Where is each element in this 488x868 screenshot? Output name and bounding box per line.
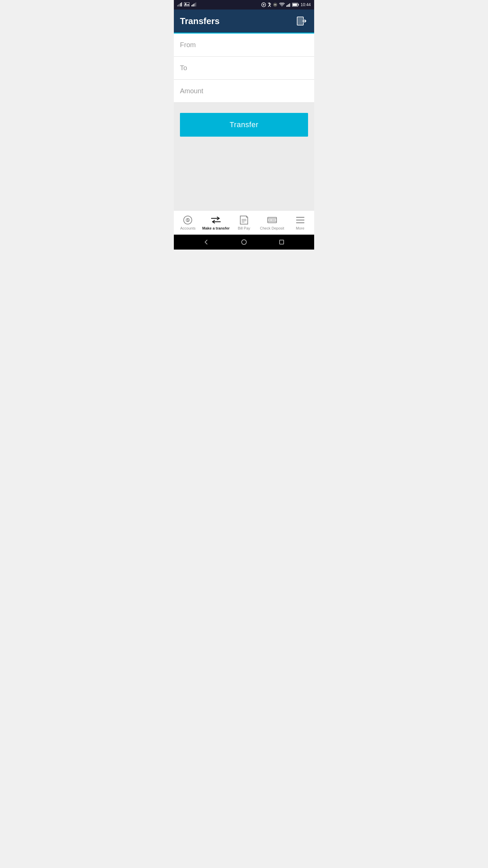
svg-rect-20: [289, 3, 290, 7]
svg-rect-19: [288, 4, 289, 7]
recent-apps-button[interactable]: [278, 238, 285, 246]
accounts-nav-label: Accounts: [180, 226, 196, 230]
signal-icon-2: [191, 2, 196, 7]
svg-rect-18: [287, 5, 288, 7]
transfer-icon: [211, 215, 221, 225]
amount-label: Amount: [180, 87, 203, 95]
svg-rect-25: [298, 18, 303, 24]
page-title: Transfers: [180, 16, 220, 26]
bluetooth-icon: [268, 2, 271, 7]
image-icon: [184, 2, 189, 7]
svg-point-42: [242, 240, 246, 244]
svg-rect-7: [191, 5, 192, 6]
time-display: 10:44: [301, 2, 311, 7]
bill-pay-icon: [239, 215, 249, 225]
nav-item-more[interactable]: More: [286, 211, 314, 235]
android-nav-bar: [174, 235, 314, 250]
nav-item-transfer[interactable]: Make a transfer: [202, 211, 230, 235]
svg-rect-11: [196, 2, 196, 6]
add-circle-icon: [261, 2, 266, 7]
svg-rect-43: [280, 240, 284, 244]
nav-item-check-deposit[interactable]: Check Deposit: [258, 211, 286, 235]
svg-rect-0: [177, 5, 178, 6]
svg-rect-8: [192, 4, 193, 6]
transfer-form: From To Amount: [174, 34, 314, 103]
svg-rect-17: [286, 5, 287, 7]
svg-rect-1: [178, 4, 179, 6]
from-field[interactable]: From: [174, 34, 314, 57]
status-bar: 10:44: [174, 0, 314, 9]
check-deposit-icon: [267, 215, 277, 225]
transfer-nav-label: Make a transfer: [202, 226, 230, 230]
exit-button[interactable]: [296, 15, 308, 27]
minus-circle-icon: [273, 2, 278, 7]
amount-field[interactable]: Amount: [174, 80, 314, 103]
action-area: Transfer: [174, 103, 314, 210]
check-deposit-nav-label: Check Deposit: [260, 226, 284, 230]
svg-rect-9: [194, 4, 194, 6]
signal-icon-1: [177, 2, 182, 7]
transfer-button[interactable]: Transfer: [180, 113, 308, 137]
battery-icon: [292, 3, 299, 7]
status-bar-left: [177, 2, 196, 7]
svg-text:$: $: [187, 218, 189, 222]
svg-rect-3: [180, 3, 181, 6]
more-nav-label: More: [296, 226, 304, 230]
wifi-icon: [279, 3, 285, 7]
svg-rect-2: [179, 4, 180, 6]
to-field[interactable]: To: [174, 57, 314, 80]
svg-rect-4: [181, 2, 182, 6]
back-button[interactable]: [203, 238, 210, 246]
bottom-navigation: $ Accounts Make a transfer: [174, 210, 314, 235]
from-label: From: [180, 41, 196, 48]
svg-rect-5: [184, 2, 189, 6]
svg-rect-10: [195, 3, 195, 6]
status-bar-right: 10:44: [261, 2, 311, 7]
nav-item-accounts[interactable]: $ Accounts: [174, 211, 202, 235]
to-label: To: [180, 64, 187, 72]
svg-rect-23: [292, 4, 297, 6]
nav-item-bill-pay[interactable]: Bill Pay: [230, 211, 258, 235]
app-header: Transfers: [174, 9, 314, 34]
signal-strength-icon: [286, 3, 290, 7]
svg-rect-22: [298, 4, 299, 6]
accounts-icon: $: [183, 215, 192, 225]
home-button[interactable]: [240, 238, 248, 246]
more-icon: [296, 215, 305, 225]
bill-pay-nav-label: Bill Pay: [238, 226, 250, 230]
